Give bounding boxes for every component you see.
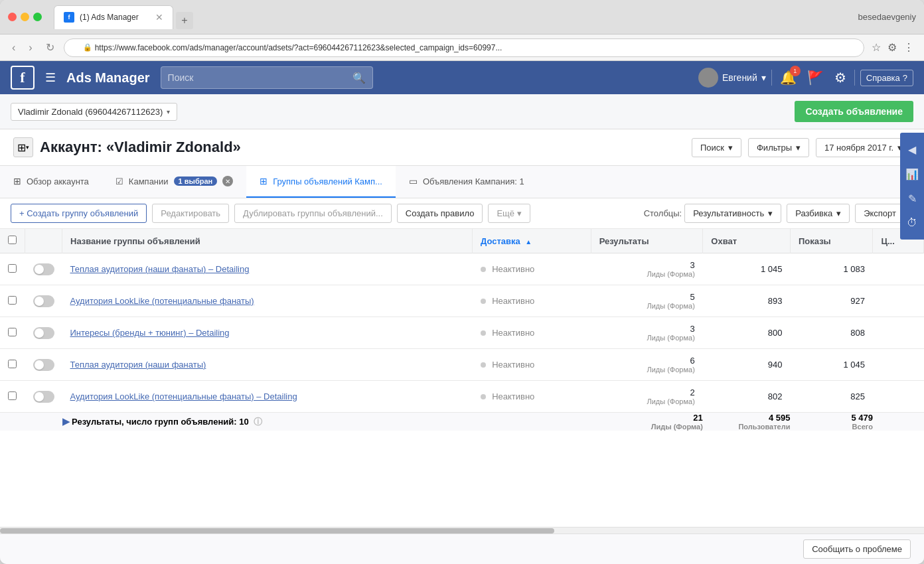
- fb-help-button[interactable]: Справка ?: [860, 70, 913, 86]
- summary-price: [873, 413, 924, 431]
- tab-favicon: f: [64, 12, 74, 23]
- create-group-button[interactable]: + Создать группу объявлений: [11, 204, 147, 223]
- account-selector[interactable]: Vladimir Zdonald (696044267112623) ▾: [11, 103, 177, 121]
- horizontal-scrollbar[interactable]: [0, 527, 924, 533]
- info-icon[interactable]: ⓘ: [254, 417, 262, 427]
- tab-close-button[interactable]: ✕: [155, 12, 163, 23]
- ad-group-name-4[interactable]: Аудитория LookLike (потенциальные фанаты…: [70, 391, 297, 401]
- row-checkbox-cell[interactable]: [0, 349, 25, 381]
- row-impressions-cell: 1 083: [790, 253, 872, 285]
- select-all-header[interactable]: [0, 229, 25, 253]
- fb-settings-button[interactable]: ⚙: [832, 67, 849, 88]
- tab-overview[interactable]: ⊞ Обзор аккаунта: [0, 166, 102, 198]
- impressions-header[interactable]: Показы: [790, 229, 872, 253]
- row-toggle-3[interactable]: [33, 359, 54, 371]
- forward-button[interactable]: ›: [25, 39, 36, 56]
- summary-expand-icon[interactable]: ▶: [62, 416, 70, 427]
- tab-adsets[interactable]: ⊞ Группы объявлений Камп...: [246, 166, 396, 198]
- active-browser-tab[interactable]: f (1) Ads Manager ✕: [54, 5, 173, 29]
- row-checkbox-4[interactable]: [8, 391, 17, 400]
- minimize-traffic-light[interactable]: [21, 13, 29, 21]
- row-toggle-4[interactable]: [33, 391, 54, 403]
- ad-group-name-1[interactable]: Аудитория LookLike (потенциальные фанаты…: [70, 296, 254, 306]
- sidebar-chart-button[interactable]: 📊: [900, 163, 924, 186]
- page-search-button[interactable]: Поиск ▾: [692, 138, 741, 157]
- scroll-thumb[interactable]: [0, 528, 554, 533]
- more-button[interactable]: Ещё ▾: [488, 204, 530, 223]
- ad-group-name-3[interactable]: Теплая аудитория (наши фанаты): [70, 360, 206, 370]
- row-toggle-cell[interactable]: [25, 285, 62, 317]
- notification-badge: 1: [790, 66, 801, 76]
- columns-dropdown[interactable]: Результативность ▾: [684, 204, 781, 223]
- lock-icon: 🔒: [83, 43, 92, 52]
- row-checkbox-cell[interactable]: [0, 253, 25, 285]
- row-name-cell: Теплая аудитория (наши фанаты): [62, 349, 473, 381]
- row-toggle-cell[interactable]: [25, 381, 62, 413]
- row-toggle-cell[interactable]: [25, 253, 62, 285]
- summary-empty-1: [0, 413, 25, 431]
- help-icon: ?: [903, 73, 907, 83]
- delivery-dot-1: [481, 299, 486, 304]
- ad-group-name-2[interactable]: Интересы (бренды + тюнинг) – Detailing: [70, 328, 230, 338]
- tab-ads[interactable]: ▭ Объявления Кампания: 1: [396, 166, 538, 198]
- results-value-2: 3: [599, 324, 695, 334]
- date-label: 17 ноября 2017 г.: [824, 143, 893, 153]
- page-header-icon[interactable]: ⊞ ▾: [13, 137, 33, 157]
- row-toggle-1[interactable]: [33, 295, 54, 307]
- results-header[interactable]: Результаты: [591, 229, 703, 253]
- sidebar-collapse-button[interactable]: ◀: [900, 138, 924, 161]
- report-issue-button[interactable]: Сообщить о проблеме: [803, 539, 911, 559]
- campaigns-badge-close[interactable]: ✕: [222, 176, 233, 186]
- sidebar-history-button[interactable]: ⏱: [900, 212, 924, 234]
- row-reach-cell: 893: [703, 285, 791, 317]
- bookmark-icon[interactable]: ☆: [870, 39, 883, 56]
- extensions-icon[interactable]: ⚙: [886, 39, 899, 56]
- fullscreen-traffic-light[interactable]: [33, 13, 42, 21]
- row-toggle-cell[interactable]: [25, 349, 62, 381]
- create-rule-button[interactable]: Создать правило: [397, 204, 483, 223]
- sidebar-edit-button[interactable]: ✎: [900, 187, 924, 210]
- back-button[interactable]: ‹: [8, 39, 19, 56]
- delivery-status-1: Неактивно: [492, 296, 534, 306]
- date-range-button[interactable]: 17 ноября 2017 г. ▾: [816, 138, 911, 157]
- edit-button[interactable]: Редактировать: [152, 204, 229, 223]
- summary-impressions-sub: Всего: [790, 423, 872, 431]
- fb-notifications-button[interactable]: 🔔 1: [777, 67, 799, 88]
- create-ad-button[interactable]: Создать объявление: [795, 101, 913, 122]
- address-input[interactable]: 🔒 https://www.facebook.com/ads/manager/a…: [64, 38, 864, 57]
- fb-flag-button[interactable]: 🚩: [805, 67, 826, 88]
- ad-group-name-0[interactable]: Теплая аудитория (наши фанаты) – Detaili…: [70, 264, 250, 274]
- menu-icon[interactable]: ⋮: [901, 39, 916, 56]
- row-checkbox-cell[interactable]: [0, 285, 25, 317]
- fb-search-button[interactable]: 🔍: [352, 72, 366, 84]
- fb-search-input[interactable]: [168, 72, 347, 83]
- hamburger-icon[interactable]: ☰: [45, 70, 56, 85]
- fb-logo: f: [11, 66, 35, 90]
- reach-header[interactable]: Охват: [703, 229, 791, 253]
- row-checkbox-3[interactable]: [8, 360, 17, 368]
- row-price-cell: [873, 317, 924, 349]
- toggle-header: [25, 229, 62, 253]
- row-checkbox-1[interactable]: [8, 296, 17, 305]
- close-traffic-light[interactable]: [8, 13, 17, 21]
- row-toggle-2[interactable]: [33, 327, 54, 339]
- duplicate-button[interactable]: Дублировать группы объявлений...: [234, 204, 392, 223]
- breakdown-button[interactable]: Разбивка ▾: [787, 204, 850, 223]
- delivery-dot-2: [481, 330, 486, 336]
- fb-user-menu[interactable]: Евгений ▾: [698, 68, 766, 88]
- select-all-checkbox[interactable]: [8, 236, 17, 244]
- row-toggle-cell[interactable]: [25, 317, 62, 349]
- fb-search-bar: 🔍: [161, 66, 373, 89]
- row-checkbox-cell[interactable]: [0, 381, 25, 413]
- filters-button[interactable]: Фильтры ▾: [748, 138, 809, 157]
- right-sidebar: ◀ 📊 ✎ ⏱: [900, 133, 924, 240]
- delivery-header[interactable]: Доставка ▲: [473, 229, 591, 253]
- row-checkbox-cell[interactable]: [0, 317, 25, 349]
- row-toggle-0[interactable]: [33, 263, 54, 275]
- row-checkbox-2[interactable]: [8, 328, 17, 336]
- results-value-1: 5: [599, 292, 695, 302]
- new-tab-button[interactable]: +: [176, 12, 193, 29]
- refresh-button[interactable]: ↻: [42, 38, 58, 56]
- tab-campaigns[interactable]: ☑ Кампании 1 выбран ✕: [102, 166, 246, 198]
- row-checkbox-0[interactable]: [8, 264, 17, 273]
